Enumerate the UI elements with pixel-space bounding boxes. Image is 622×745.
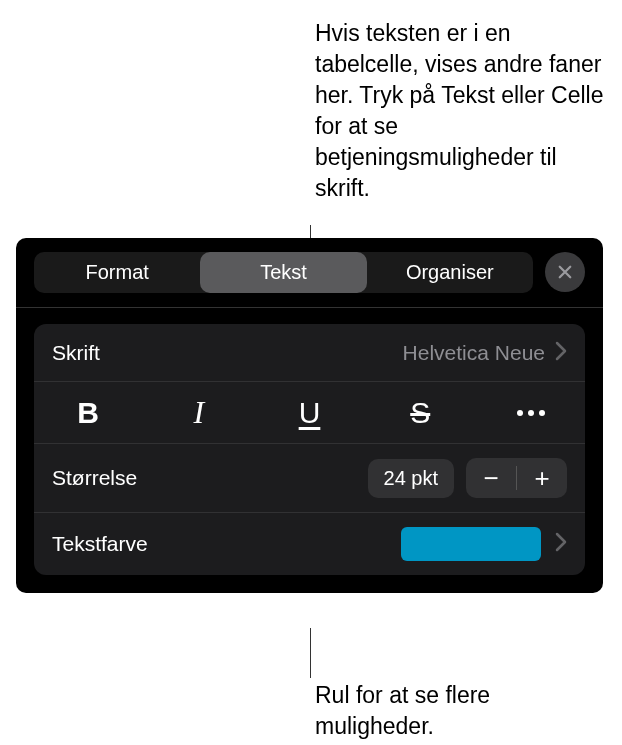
- textcolor-swatch[interactable]: [401, 527, 541, 561]
- textcolor-row[interactable]: Tekstfarve: [34, 513, 585, 575]
- size-increase-button[interactable]: +: [517, 458, 567, 498]
- format-panel: Format Tekst Organiser Skrift Helvetica …: [16, 238, 603, 593]
- font-label: Skrift: [52, 341, 403, 365]
- strikethrough-button[interactable]: S: [390, 396, 450, 430]
- size-row: Størrelse 24 pkt − +: [34, 444, 585, 513]
- tab-bar: Format Tekst Organiser: [16, 238, 603, 308]
- more-options-button[interactable]: [501, 410, 561, 416]
- callout-top-text: Hvis teksten er i en tabelcelle, vises a…: [315, 18, 610, 204]
- tab-organiser[interactable]: Organiser: [367, 252, 533, 293]
- more-icon: [539, 410, 545, 416]
- panel-content: Skrift Helvetica Neue B I U S Størrelse: [16, 308, 603, 593]
- chevron-right-icon: [555, 532, 567, 556]
- underline-button[interactable]: U: [280, 396, 340, 430]
- font-style-row: B I U S: [34, 382, 585, 444]
- textcolor-label: Tekstfarve: [52, 532, 401, 556]
- font-value: Helvetica Neue: [403, 341, 545, 365]
- size-decrease-button[interactable]: −: [466, 458, 516, 498]
- settings-group: Skrift Helvetica Neue B I U S Størrelse: [34, 324, 585, 575]
- size-label: Størrelse: [52, 466, 368, 490]
- tab-format[interactable]: Format: [34, 252, 200, 293]
- italic-button[interactable]: I: [169, 394, 229, 431]
- bold-button[interactable]: B: [58, 396, 118, 430]
- size-value-field[interactable]: 24 pkt: [368, 459, 454, 498]
- font-row[interactable]: Skrift Helvetica Neue: [34, 324, 585, 382]
- close-button[interactable]: [545, 252, 585, 292]
- callout-bottom-text: Rul for at se flere muligheder.: [315, 680, 605, 742]
- tab-tekst[interactable]: Tekst: [200, 252, 366, 293]
- close-icon: [556, 263, 574, 281]
- tab-segment-control: Format Tekst Organiser: [34, 252, 533, 293]
- callout-leader-line-bottom: [310, 628, 311, 678]
- more-icon: [528, 410, 534, 416]
- size-stepper: − +: [466, 458, 567, 498]
- chevron-right-icon: [555, 341, 567, 365]
- more-icon: [517, 410, 523, 416]
